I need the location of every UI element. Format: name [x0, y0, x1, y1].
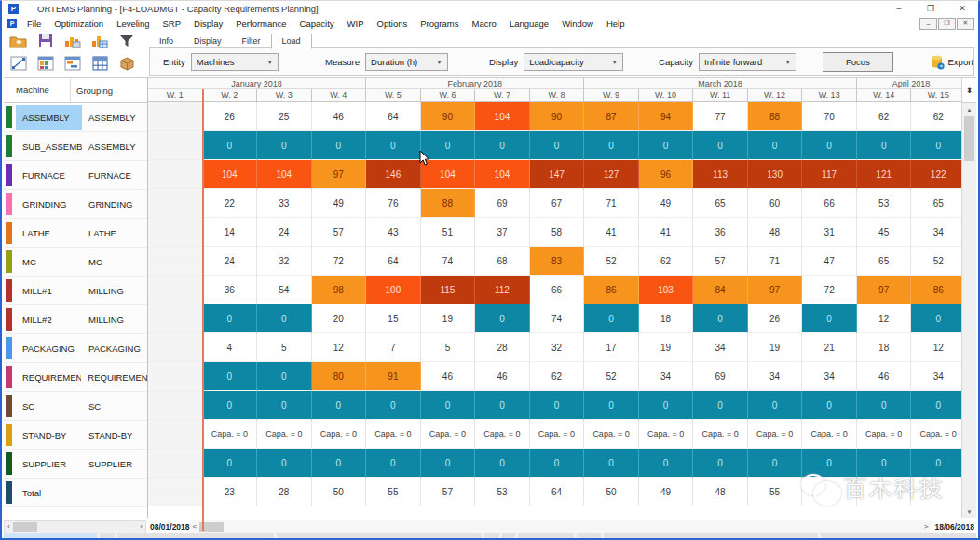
- load-cell[interactable]: 53: [475, 478, 530, 506]
- load-cell[interactable]: 86: [584, 276, 639, 304]
- load-cell[interactable]: 24: [257, 218, 312, 247]
- load-cell[interactable]: Capa. = 0: [475, 420, 530, 449]
- load-cell[interactable]: 37: [475, 218, 530, 247]
- machine-list-hscrollbar[interactable]: ‹ ›: [4, 520, 146, 533]
- load-cell[interactable]: Capa. = 0: [693, 420, 748, 449]
- load-cell[interactable]: 46: [857, 362, 912, 391]
- menu-leveling[interactable]: Leveling: [110, 18, 156, 30]
- load-cell[interactable]: 49: [639, 478, 694, 506]
- resize-rows-icon[interactable]: ⬍: [962, 78, 976, 103]
- capacity-dropdown[interactable]: Infinite forward▼: [699, 53, 796, 71]
- load-cell[interactable]: Capa. = 0: [584, 420, 639, 449]
- load-cell[interactable]: 127: [584, 160, 639, 189]
- menu-language[interactable]: Language: [503, 18, 555, 30]
- machine-row-furnace[interactable]: FURNACEFURNACE: [4, 161, 147, 190]
- scroll-up-icon[interactable]: ▲: [962, 103, 976, 115]
- load-cell[interactable]: 0: [257, 131, 312, 160]
- load-cell[interactable]: 62: [639, 247, 694, 276]
- load-cell[interactable]: Capa. = 0: [530, 420, 585, 449]
- load-cell[interactable]: 17: [584, 333, 639, 362]
- load-cell[interactable]: Capa. = 0: [802, 420, 857, 449]
- load-cell[interactable]: 0: [802, 131, 857, 160]
- load-cell[interactable]: 76: [366, 189, 421, 218]
- load-cell[interactable]: 64: [366, 247, 421, 276]
- load-cell[interactable]: 65: [693, 189, 748, 218]
- load-cell[interactable]: 33: [257, 189, 312, 218]
- load-cell[interactable]: [148, 218, 203, 247]
- load-cell[interactable]: [148, 102, 203, 131]
- load-cell[interactable]: 0: [366, 131, 421, 160]
- load-cell[interactable]: Capa. = 0: [421, 420, 476, 449]
- load-cell[interactable]: 104: [475, 102, 530, 131]
- load-cell[interactable]: 0: [802, 391, 857, 420]
- menu-macro[interactable]: Macro: [465, 18, 502, 30]
- load-cell[interactable]: 41: [584, 218, 639, 247]
- menu-capacity[interactable]: Capacity: [293, 18, 341, 30]
- load-cell[interactable]: 67: [530, 189, 585, 218]
- load-cell[interactable]: 49: [312, 189, 367, 218]
- machine-row-mc[interactable]: MCMC: [4, 248, 147, 277]
- machine-name[interactable]: SC: [16, 394, 82, 419]
- load-cell[interactable]: [148, 478, 203, 506]
- load-cell[interactable]: 87: [584, 102, 639, 131]
- load-cell[interactable]: [148, 362, 203, 391]
- load-cell[interactable]: 62: [911, 102, 966, 131]
- load-cell[interactable]: Capa. = 0: [639, 420, 694, 449]
- load-cell[interactable]: 58: [530, 218, 585, 247]
- load-cell[interactable]: 0: [748, 449, 803, 478]
- load-cell[interactable]: 21: [802, 333, 857, 362]
- load-cell[interactable]: 60: [748, 189, 803, 218]
- load-cell[interactable]: 36: [693, 218, 748, 247]
- load-cell[interactable]: 71: [748, 247, 803, 276]
- load-cell[interactable]: 53: [857, 189, 912, 218]
- machine-row-stand-by[interactable]: STAND-BYSTAND-BY: [4, 421, 147, 450]
- load-cell[interactable]: 57: [693, 247, 748, 276]
- machine-row-sc[interactable]: SCSC: [4, 392, 147, 421]
- load-cell[interactable]: 147: [530, 160, 585, 189]
- load-cell[interactable]: [148, 247, 203, 276]
- measure-dropdown[interactable]: Duration (h)▼: [365, 53, 448, 71]
- load-cell[interactable]: 23: [203, 478, 258, 506]
- load-cell[interactable]: 69: [693, 362, 748, 391]
- load-cell[interactable]: 104: [203, 160, 258, 189]
- load-cell[interactable]: 22: [203, 189, 258, 218]
- machine-row-grinding[interactable]: GRINDINGGRINDING: [4, 190, 147, 219]
- scroll-right-icon[interactable]: ›: [137, 521, 145, 533]
- vertical-scrollbar[interactable]: ⬍ ▲ ▼: [961, 78, 976, 518]
- load-cell[interactable]: Capa. = 0: [748, 420, 803, 449]
- load-cell[interactable]: 66: [530, 276, 585, 304]
- load-cell[interactable]: 0: [203, 362, 258, 391]
- menu-display[interactable]: Display: [187, 18, 229, 30]
- load-cell[interactable]: 34: [911, 218, 966, 247]
- menu-performance[interactable]: Performance: [229, 18, 293, 30]
- load-cell[interactable]: 0: [693, 304, 748, 333]
- load-cell[interactable]: 41: [639, 218, 694, 247]
- load-cell[interactable]: 100: [366, 276, 421, 304]
- mdi-system-icon[interactable]: P: [7, 19, 17, 28]
- load-cell[interactable]: 121: [857, 160, 912, 189]
- load-cell[interactable]: 0: [203, 391, 258, 420]
- load-cell[interactable]: [148, 160, 203, 189]
- load-cell[interactable]: 57: [421, 478, 476, 506]
- load-cell[interactable]: 34: [911, 362, 966, 391]
- load-cell[interactable]: 88: [421, 189, 476, 218]
- load-cell[interactable]: 49: [639, 189, 694, 218]
- machine-name[interactable]: SUB_ASSEMB: [16, 134, 82, 159]
- chart-calendar-icon[interactable]: [88, 32, 111, 50]
- window-gantt-icon[interactable]: [61, 54, 84, 73]
- load-cell[interactable]: 12: [312, 333, 367, 362]
- diagonal-link-icon[interactable]: [7, 54, 30, 73]
- vertical-scroll-thumb[interactable]: [964, 116, 974, 161]
- load-cell[interactable]: 34: [693, 333, 748, 362]
- load-cell[interactable]: 7: [366, 333, 421, 362]
- load-cell[interactable]: [148, 304, 203, 333]
- load-cell[interactable]: 90: [421, 102, 476, 131]
- mdi-restore-button[interactable]: ❐: [938, 18, 956, 30]
- load-cell[interactable]: 5: [257, 333, 312, 362]
- load-cell[interactable]: 20: [312, 304, 367, 333]
- menu-options[interactable]: Options: [371, 18, 415, 30]
- load-cell[interactable]: Capa. = 0: [857, 420, 912, 449]
- load-cell[interactable]: 83: [530, 247, 585, 276]
- hscroll-thumb[interactable]: [13, 522, 37, 532]
- load-cell[interactable]: 0: [203, 131, 258, 160]
